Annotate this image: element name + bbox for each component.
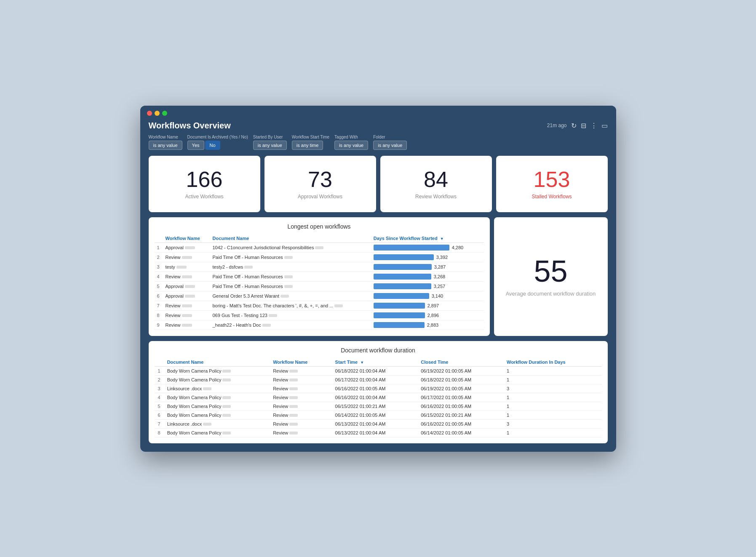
row-workflow: Review: [270, 393, 331, 402]
row-duration: 1: [503, 366, 602, 375]
row-num: 8: [155, 428, 164, 437]
header-row: Workflows Overview 21m ago ↻ ⊟ ⋮ ▭: [149, 121, 608, 131]
row-duration: 1: [503, 410, 602, 419]
row-workflow: Review: [270, 410, 331, 419]
row-workflow: Review: [163, 301, 210, 310]
filter-started-by-btn[interactable]: is any value: [253, 141, 287, 150]
filter-workflow-name-label: Workflow Name: [149, 135, 182, 139]
row-doc: Body Worn Camera Policy: [164, 428, 270, 437]
row-days: 2,897: [371, 301, 484, 310]
row-document: Paid Time Off - Human Resources: [210, 272, 371, 281]
row-workflow: Approval: [163, 281, 210, 291]
row-closed: 06/16/2022 01:00:05 AM: [417, 419, 503, 428]
row-duration: 3: [503, 384, 602, 393]
row-num: 6: [155, 410, 164, 419]
table-row: 8 Review 069 Gus Test - Testing 123 2,89…: [155, 310, 484, 320]
table-row: 3 testy testy2 - dsfcws 3,287: [155, 262, 484, 272]
row-workflow: Review: [163, 252, 210, 262]
table-row: 7 Review boring - Matt's Test Doc. The c…: [155, 301, 484, 310]
filter-started-by-label: Started By User: [253, 135, 287, 139]
timestamp: 21m ago: [547, 123, 567, 128]
row-start: 06/13/2022 01:00:04 AM: [332, 428, 418, 437]
filter-start-time: Workflow Start Time is any time: [292, 135, 329, 150]
row-workflow: Review: [270, 375, 331, 384]
row-duration: 1: [503, 375, 602, 384]
row-closed: 06/16/2022 01:00:05 AM: [417, 402, 503, 410]
table-row: 7 Linksource .docx Review 06/13/2022 01:…: [155, 419, 602, 428]
filter-folder-btn[interactable]: is any value: [373, 141, 407, 150]
filter-archived-yes[interactable]: Yes: [187, 141, 204, 150]
row-days: 3,268: [371, 272, 484, 281]
row-start: 06/16/2022 01:00:04 AM: [332, 393, 418, 402]
stat-active-number: 166: [186, 168, 223, 190]
row-num: 3: [155, 384, 164, 393]
row-days: 2,896: [371, 310, 484, 320]
col-duration[interactable]: Workflow Duration In Days: [503, 358, 602, 367]
filter-workflow-name-btn[interactable]: is any value: [149, 141, 182, 150]
stat-stalled-workflows: 153 Stalled Workflows: [496, 156, 608, 212]
col-days[interactable]: Days Since Workflow Started ▼: [371, 234, 484, 243]
row-doc: Linksource .docx: [164, 384, 270, 393]
longest-workflows-table: Workflow Name Document Name Days Since W…: [155, 234, 484, 330]
folder-icon[interactable]: ▭: [601, 122, 608, 130]
row-workflow: Review: [163, 272, 210, 281]
table-row: 2 Body Worn Camera Policy Review 06/17/2…: [155, 375, 602, 384]
row-workflow: Review: [270, 419, 331, 428]
refresh-icon[interactable]: ↻: [571, 122, 577, 130]
page-title: Workflows Overview: [149, 121, 231, 131]
row-document: General Order 5.3 Arrest Warant: [210, 291, 371, 301]
row-workflow: Review: [270, 402, 331, 410]
col-doc-name[interactable]: Document Name: [164, 358, 270, 367]
average-number: 55: [534, 256, 567, 286]
row-num: 5: [155, 281, 163, 291]
row-doc: Body Worn Camera Policy: [164, 393, 270, 402]
row-document: 1042 - C1oncurrent Jurisdictional Respon…: [210, 243, 371, 252]
more-icon[interactable]: ⋮: [590, 122, 597, 130]
table-row: 5 Approval Paid Time Off - Human Resourc…: [155, 281, 484, 291]
table-row: 6 Body Worn Camera Policy Review 06/14/2…: [155, 410, 602, 419]
table-row: 6 Approval General Order 5.3 Arrest Wara…: [155, 291, 484, 301]
row-duration: 1: [503, 428, 602, 437]
row-document: Paid Time Off - Human Resources: [210, 252, 371, 262]
filter-archived-no[interactable]: No: [205, 141, 220, 150]
row-workflow: testy: [163, 262, 210, 272]
col-start-time[interactable]: Start Time ▼: [332, 358, 418, 367]
row-duration: 1: [503, 402, 602, 410]
average-label: Average document workflow duration: [506, 290, 596, 297]
table-row: 2 Review Paid Time Off - Human Resources…: [155, 252, 484, 262]
maximize-button[interactable]: [162, 111, 167, 116]
row-days: 3,140: [371, 291, 484, 301]
filter-tagged-btn[interactable]: is any value: [334, 141, 368, 150]
table-row: 1 Approval 1042 - C1oncurrent Jurisdicti…: [155, 243, 484, 252]
row-num: 6: [155, 291, 163, 301]
col-closed-time[interactable]: Closed Time: [417, 358, 503, 367]
row-workflow: Review: [270, 428, 331, 437]
col-workflow-name[interactable]: Workflow Name: [163, 234, 210, 243]
titlebar: [140, 106, 616, 116]
stat-approval-number: 73: [308, 168, 332, 190]
workflow-duration-title: Document workflow duration: [155, 347, 602, 354]
table-row: 8 Body Worn Camera Policy Review 06/13/2…: [155, 428, 602, 437]
col-document-name[interactable]: Document Name: [210, 234, 371, 243]
table-row: 5 Body Worn Camera Policy Review 06/15/2…: [155, 402, 602, 410]
row-num: 8: [155, 310, 163, 320]
filter-start-time-btn[interactable]: is any time: [292, 141, 323, 150]
close-button[interactable]: [147, 111, 152, 116]
row-closed: 06/19/2022 01:00:05 AM: [417, 384, 503, 393]
row-num: 1: [155, 366, 164, 375]
row-num: 7: [155, 301, 163, 310]
row-num: 4: [155, 393, 164, 402]
content-area: Workflows Overview 21m ago ↻ ⊟ ⋮ ▭ Workf…: [140, 121, 616, 443]
col-wf-name[interactable]: Workflow Name: [270, 358, 331, 367]
row-num: 2: [155, 375, 164, 384]
stat-approval-label: Approval Workflows: [298, 194, 342, 200]
row-start: 06/15/2022 01:00:21 AM: [332, 402, 418, 410]
stat-approval-workflows: 73 Approval Workflows: [264, 156, 376, 212]
filter-start-time-label: Workflow Start Time: [292, 135, 329, 139]
minimize-button[interactable]: [155, 111, 160, 116]
filter-icon[interactable]: ⊟: [581, 122, 586, 130]
stat-active-label: Active Workflows: [185, 194, 223, 200]
row-workflow: Review: [270, 366, 331, 375]
row-closed: 06/18/2022 01:00:05 AM: [417, 375, 503, 384]
row-workflow: Review: [163, 310, 210, 320]
